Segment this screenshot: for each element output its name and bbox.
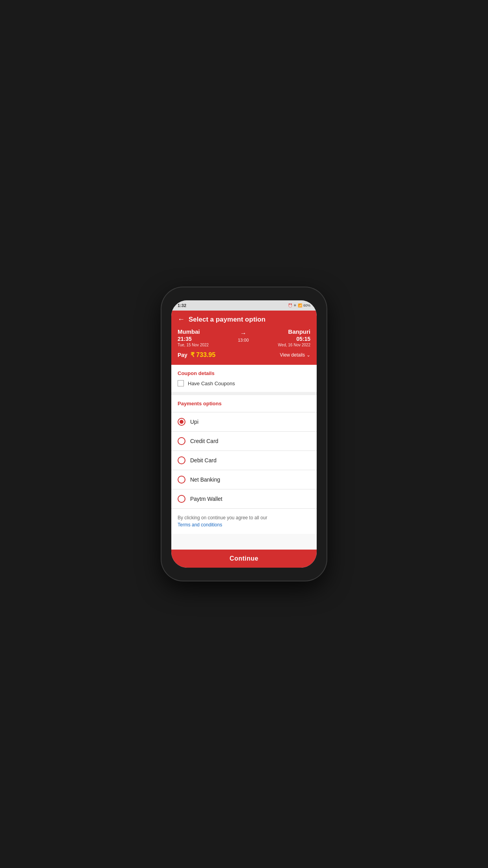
pay-amount: ₹ 733.95 [191,351,215,359]
status-time: 1:32 [178,303,186,308]
network-icon: 📶 [298,303,302,307]
debit-card-label: Debit Card [190,457,216,463]
pay-row: Pay ₹ 733.95 View details ⌄ [178,351,310,359]
pay-label: Pay [178,352,187,358]
payment-option-credit-card[interactable]: Credit Card [171,432,317,451]
payment-option-upi[interactable]: Upi [171,412,317,431]
chevron-down-icon: ⌄ [306,352,310,358]
back-button[interactable]: ← [178,315,185,324]
payment-option-paytm[interactable]: Paytm Wallet [171,489,317,508]
payment-option-net-banking[interactable]: Net Banking [171,470,317,489]
radio-net-banking[interactable] [178,476,185,484]
terms-prefix: By clicking on continue you agree to all… [178,515,267,520]
view-details-button[interactable]: View details ⌄ [280,352,310,358]
footer: Continue [171,550,317,568]
coupon-checkbox-row[interactable]: Have Cash Coupons [178,380,310,386]
section-divider-1 [171,392,317,395]
origin-city: Mumbai [178,328,209,335]
view-details-label: View details [280,352,305,358]
nav-bar: ← Select a payment option [178,315,310,324]
payments-section-title: Payments options [178,401,310,406]
battery-text: 60% [303,303,310,307]
dest-time: 05:15 [278,336,310,342]
credit-card-label: Credit Card [190,438,218,444]
continue-button[interactable]: Continue [178,555,310,562]
coupon-checkbox[interactable] [178,380,184,386]
net-banking-label: Net Banking [190,476,220,483]
alarm-icon: ⏰ [288,303,292,307]
radio-paytm[interactable] [178,495,185,503]
payment-option-debit-card[interactable]: Debit Card [171,451,317,470]
empty-space [171,534,317,550]
terms-text: By clicking on continue you agree to all… [178,514,310,528]
terms-section: By clicking on continue you agree to all… [171,509,317,534]
pay-section: Pay ₹ 733.95 [178,351,215,359]
phone-device: 1:32 ⏰ ✳ 📶 60% ← Select a payment option… [161,287,327,581]
phone-screen: 1:32 ⏰ ✳ 📶 60% ← Select a payment option… [171,300,317,568]
direction-arrow-icon: → [240,330,246,337]
trip-duration: 13:00 [238,338,249,342]
payments-section: Payments options [171,395,317,412]
status-icons: ⏰ ✳ 📶 60% [288,303,310,307]
coupon-section-title: Coupon details [178,370,310,376]
origin-info: Mumbai 21:35 Tue, 15 Nov 2022 [178,328,209,347]
page-header: ← Select a payment option Mumbai 21:35 T… [171,311,317,365]
origin-time: 21:35 [178,336,209,342]
main-content: Coupon details Have Cash Coupons Payment… [171,365,317,550]
route-arrow: → 13:00 [238,330,249,342]
radio-upi[interactable] [178,418,185,426]
paytm-label: Paytm Wallet [190,496,222,502]
status-bar: 1:32 ⏰ ✳ 📶 60% [171,300,317,311]
upi-label: Upi [190,419,198,425]
dest-city: Banpuri [278,328,310,335]
terms-and-conditions-link[interactable]: Terms and conditions [178,522,222,528]
radio-debit-card[interactable] [178,456,185,464]
radio-credit-card[interactable] [178,437,185,445]
origin-date: Tue, 15 Nov 2022 [178,343,209,347]
dest-date: Wed, 16 Nov 2022 [278,343,310,347]
coupon-checkbox-label: Have Cash Coupons [188,381,235,386]
page-title: Select a payment option [189,316,266,324]
destination-info: Banpuri 05:15 Wed, 16 Nov 2022 [278,328,310,347]
route-info: Mumbai 21:35 Tue, 15 Nov 2022 → 13:00 Ba… [178,328,310,347]
coupon-section: Coupon details Have Cash Coupons [171,365,317,392]
bluetooth-icon: ✳ [294,303,297,307]
